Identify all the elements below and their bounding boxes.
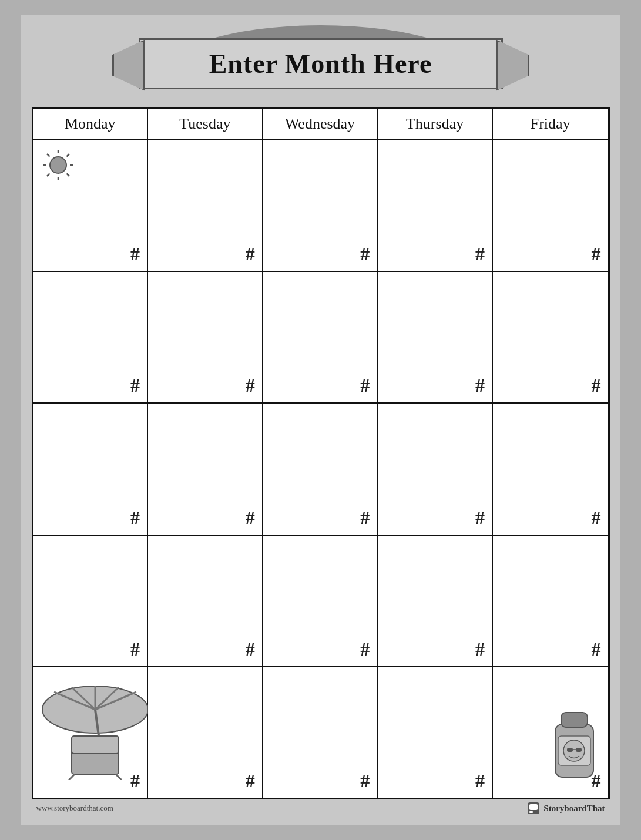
date-w4-tue: #: [246, 639, 255, 660]
header-tuesday: Tuesday: [148, 109, 263, 139]
header-friday: Friday: [493, 109, 608, 139]
banner-area: Enter Month Here: [32, 25, 610, 102]
header-thursday: Thursday: [378, 109, 493, 139]
date-w4-fri: #: [592, 639, 601, 660]
sun-icon: [41, 147, 76, 183]
cell-w1-tue[interactable]: #: [148, 140, 263, 271]
date-w2-wed: #: [360, 375, 370, 397]
svg-line-5: [47, 154, 50, 157]
cell-w5-fri[interactable]: #: [493, 667, 608, 798]
weeks-container: # # # # # #: [33, 140, 608, 798]
cell-w3-thu[interactable]: #: [378, 404, 493, 534]
svg-line-13: [69, 774, 75, 780]
svg-rect-23: [529, 804, 538, 810]
date-w2-tue: #: [246, 375, 255, 397]
date-w3-fri: #: [592, 507, 601, 529]
cell-w4-thu[interactable]: #: [378, 536, 493, 666]
date-w1-tue: #: [246, 243, 255, 265]
cell-w4-mon[interactable]: #: [33, 536, 149, 666]
cell-w5-wed[interactable]: #: [263, 667, 378, 798]
svg-rect-24: [529, 811, 533, 813]
date-w3-mon: #: [130, 507, 140, 529]
cell-w4-tue[interactable]: #: [148, 536, 263, 666]
svg-line-14: [116, 774, 122, 780]
cell-w2-thu[interactable]: #: [378, 272, 493, 402]
svg-line-7: [66, 154, 69, 157]
date-w1-thu: #: [475, 243, 485, 265]
banner-title[interactable]: Enter Month Here: [209, 48, 432, 79]
cell-w4-wed[interactable]: #: [263, 536, 378, 666]
cell-w2-wed[interactable]: #: [263, 272, 378, 402]
cell-w5-tue[interactable]: #: [148, 667, 263, 798]
cell-w1-thu[interactable]: #: [378, 140, 493, 271]
page: Enter Month Here Monday Tuesday Wednesda…: [21, 15, 620, 825]
date-w5-wed: #: [360, 770, 370, 792]
svg-rect-16: [561, 713, 588, 727]
date-w2-mon: #: [130, 375, 140, 397]
date-w2-fri: #: [592, 375, 601, 397]
banner: Enter Month Here: [139, 38, 503, 89]
brand-name: StoryboardThat: [543, 804, 605, 814]
svg-rect-19: [567, 748, 573, 752]
cell-w3-wed[interactable]: #: [263, 404, 378, 534]
week-row-2: # # # # #: [33, 272, 608, 404]
date-w5-mon: #: [130, 770, 140, 792]
date-w4-wed: #: [360, 639, 370, 660]
svg-line-8: [47, 174, 50, 177]
cell-w3-fri[interactable]: #: [493, 404, 608, 534]
date-w3-thu: #: [475, 507, 485, 529]
calendar: Monday Tuesday Wednesday Thursday Friday: [32, 107, 610, 799]
date-w5-tue: #: [246, 770, 255, 792]
date-w1-mon: #: [130, 243, 140, 265]
week-row-3: # # # # #: [33, 404, 608, 535]
cell-w2-tue[interactable]: #: [148, 272, 263, 402]
week-row-5: # # # #: [33, 667, 608, 798]
date-w1-fri: #: [592, 243, 601, 265]
date-w4-thu: #: [475, 639, 485, 660]
footer: www.storyboardthat.com StoryboardThat: [32, 799, 610, 815]
header-monday: Monday: [33, 109, 149, 139]
calendar-header: Monday Tuesday Wednesday Thursday Friday: [33, 109, 608, 140]
cell-w3-tue[interactable]: #: [148, 404, 263, 534]
date-w5-thu: #: [475, 770, 485, 792]
week-row-4: # # # # #: [33, 536, 608, 667]
svg-rect-12: [72, 736, 119, 754]
cell-w5-mon[interactable]: #: [33, 667, 149, 798]
cell-w2-mon[interactable]: #: [33, 272, 149, 402]
cell-w1-mon[interactable]: #: [33, 140, 149, 271]
svg-rect-20: [576, 748, 582, 752]
header-wednesday: Wednesday: [263, 109, 378, 139]
svg-point-0: [50, 157, 66, 173]
date-w5-fri: #: [592, 770, 601, 792]
beach-umbrella-icon: [36, 680, 154, 780]
cell-w3-mon[interactable]: #: [33, 404, 149, 534]
svg-line-6: [66, 174, 69, 177]
website-label: www.storyboardthat.com: [36, 804, 113, 813]
cell-w5-thu[interactable]: #: [378, 667, 493, 798]
cell-w1-wed[interactable]: #: [263, 140, 378, 271]
date-w3-tue: #: [246, 507, 255, 529]
date-w2-thu: #: [475, 375, 485, 397]
cell-w4-fri[interactable]: #: [493, 536, 608, 666]
date-w1-wed: #: [360, 243, 370, 265]
date-w3-wed: #: [360, 507, 370, 529]
cell-w2-fri[interactable]: #: [493, 272, 608, 402]
storyboard-logo-icon: [527, 802, 540, 815]
date-w4-mon: #: [130, 639, 140, 660]
week-row-1: # # # # #: [33, 140, 608, 272]
storyboard-logo: StoryboardThat: [527, 802, 605, 815]
cell-w1-fri[interactable]: #: [493, 140, 608, 271]
